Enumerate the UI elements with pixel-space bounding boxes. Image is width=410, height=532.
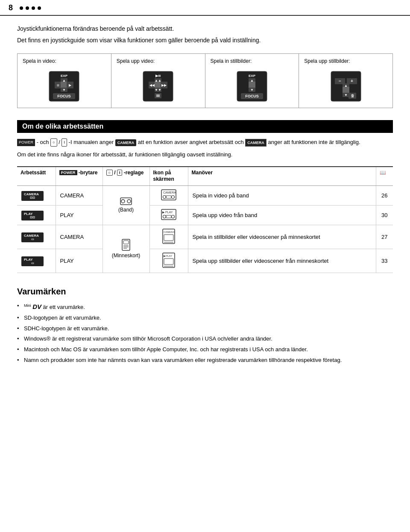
play-card-top: PLAY (24, 258, 33, 262)
page-dots (20, 6, 41, 10)
td-ikon-4: ▶PLAY (149, 249, 188, 273)
dot-3 (32, 6, 35, 10)
td-manoever-1: Spela in video på band (188, 185, 376, 205)
mode-col-2: Spela upp video: ▶/II ▲▲ ◀◀ ▶▶ ▼▼ (111, 54, 205, 108)
td-arbetstatt-4: PLAY ▭ (17, 249, 56, 273)
joystick-svg-1: EXP ▲ ⊞ ▶ ▼ FOCUS (47, 69, 81, 103)
svg-text:▶▶: ▶▶ (161, 83, 167, 87)
section-desc-1: POWER - och ○ / I -I manualen anger CAME… (17, 138, 393, 147)
page-number: 8 (9, 3, 13, 12)
td-ikon-3: CAMERA (149, 225, 188, 249)
joystick-svg-3: EXP ▲ ▼ FOCUS (235, 69, 269, 103)
svg-rect-6 (61, 82, 67, 88)
th-power: POWER -brytare (56, 167, 102, 186)
mode-label-4: Spela upp stillbilder: (304, 58, 350, 64)
th-page: 📖 (376, 167, 393, 186)
td-page-1: 26 (376, 185, 393, 205)
svg-rect-61 (123, 241, 129, 244)
td-power-3: CAMERA (56, 225, 102, 249)
mode-col-1: Spela in video: EXP ▲ ⊞ (18, 54, 111, 108)
svg-text:−: − (339, 79, 341, 83)
reglage-band-group: (Band) (107, 197, 145, 213)
page-content: Joystickfunktionerna förändras beroende … (0, 16, 410, 375)
list-item: SD-logotypen är ett varumärke. (17, 314, 393, 323)
reg-badge-1: ○ (50, 138, 57, 146)
reg-badge-2: I (62, 138, 67, 146)
svg-text:FOCUS: FOCUS (58, 94, 71, 98)
svg-point-57 (163, 215, 166, 218)
svg-text:▶/II: ▶/II (155, 74, 161, 78)
list-item: Windows® är ett registrerat varumärke so… (17, 335, 393, 344)
svg-text:EXP: EXP (249, 74, 256, 78)
svg-text:CAMERA: CAMERA (164, 231, 175, 233)
play-card-badge: ▭ (31, 262, 34, 265)
svg-text:▼▼: ▼▼ (155, 88, 161, 92)
screen-icon-play-tape: ▶ PLAY (161, 209, 176, 220)
table-row: CAMERA ⊡⊡ CAMERA (Band) (17, 185, 393, 205)
camera-badge-top: CAMERA (24, 192, 39, 196)
svg-rect-25 (156, 94, 160, 97)
td-arbetstatt-3: CAMERA ▭ (17, 225, 56, 249)
td-reglage-band: (Band) (102, 185, 149, 225)
svg-point-58 (172, 215, 175, 218)
svg-text:🗑: 🗑 (350, 94, 354, 98)
svg-rect-67 (164, 235, 173, 241)
td-manoever-2: Spela upp video från band (188, 205, 376, 225)
intro-line-2: Det finns en joystickguide som visar vil… (17, 36, 393, 45)
list-item: Mini DV är ett varumärke. (17, 302, 393, 312)
screen-icon-camera-card: CAMERA (162, 229, 175, 244)
camera-card-icon: CAMERA ▭ (21, 232, 44, 242)
td-page-4: 33 (376, 249, 393, 273)
section-title: Om de olika arbetssätten (22, 123, 103, 130)
joy-svg-2: ▶/II ▲▲ ◀◀ ▶▶ ▼▼ (117, 69, 200, 103)
main-table: Arbetssätt POWER -brytare ○ / I -reglage… (17, 166, 393, 273)
svg-text:▼: ▼ (250, 88, 254, 92)
svg-point-53 (172, 195, 175, 198)
varumarken-title: Varumärken (17, 287, 393, 297)
play-badge-top: PLAY (24, 212, 33, 216)
camera-card-badge: ▭ (31, 238, 34, 241)
dot-4 (38, 6, 41, 10)
svg-rect-54 (166, 196, 171, 198)
card-label: (Minneskort) (112, 253, 141, 259)
mode-col-3: Spela in stillbilder: EXP ▲ ▼ FOCUS (205, 54, 299, 108)
td-power-4: PLAY (56, 249, 102, 273)
table-row: CAMERA ▭ CAMERA (17, 225, 393, 249)
band-label: (Band) (118, 207, 134, 213)
list-item: SDHC-logotypen är ett varumärke. (17, 324, 393, 333)
joy-svg-4: − + ▲ ▼ 🗑 (304, 69, 387, 103)
mini-label: Mini (24, 303, 31, 307)
screen-icon-play-card: ▶PLAY (162, 253, 175, 268)
td-manoever-4: Spela upp stillbilder eller videoscener … (188, 249, 376, 273)
joystick-modes-container: Spela in video: EXP ▲ ⊞ (17, 53, 393, 108)
svg-text:FOCUS: FOCUS (245, 94, 259, 98)
play-badge-tape: ⊡⊡ (30, 216, 35, 219)
svg-text:EXP: EXP (61, 74, 68, 78)
svg-point-48 (121, 200, 125, 203)
dn-logo: DV (32, 303, 41, 310)
svg-text:▶PLAY: ▶PLAY (164, 255, 172, 257)
svg-rect-71 (164, 259, 173, 265)
intro-line-1: Joystickfunktionerna förändras beroende … (17, 24, 393, 33)
mode-label-3: Spela in stillbilder: (211, 58, 252, 64)
section-desc-2: Om det inte finns några ikoner för arbet… (17, 150, 393, 159)
band-reglage-icon (120, 197, 132, 205)
svg-text:⊞: ⊞ (57, 84, 59, 87)
mode-col-4: Spela upp stillbilder: − + ▲ ▼ (299, 54, 392, 108)
table-header-row: Arbetssätt POWER -brytare ○ / I -reglage… (17, 167, 393, 186)
camera-badge-inline: CAMERA (115, 139, 137, 146)
svg-text:▼: ▼ (62, 88, 66, 92)
joystick-svg-4: − + ▲ ▼ 🗑 (329, 69, 363, 103)
svg-rect-59 (166, 215, 171, 218)
joystick-svg-2: ▶/II ▲▲ ◀◀ ▶▶ ▼▼ (141, 69, 175, 103)
varumarken-list: Mini DV är ett varumärke. SD-logotypen ä… (17, 302, 393, 365)
td-reglage-card: (Minneskort) (102, 225, 149, 273)
table-row: PLAY ▭ PLAY ▶PLAY Spe (17, 249, 393, 273)
section-header: Om de olika arbetssätten (17, 120, 393, 133)
th-manoever: Manöver (188, 167, 376, 186)
svg-rect-19 (155, 82, 161, 88)
mode-label-2: Spela upp video: (117, 58, 155, 64)
list-item: Namn och produkter som inte har nämnts o… (17, 356, 393, 365)
screen-icon-camera-tape: CAMERA (161, 189, 176, 200)
svg-point-52 (163, 195, 166, 198)
